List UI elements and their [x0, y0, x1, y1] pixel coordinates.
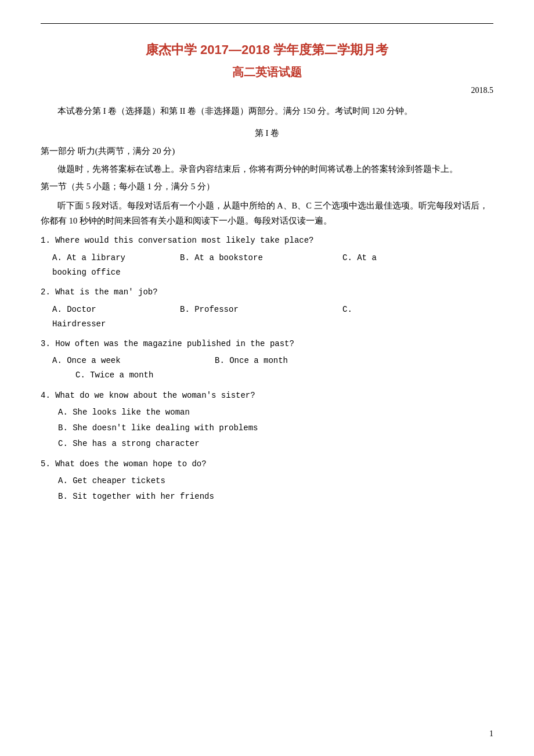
q4-number: 4. [41, 391, 55, 400]
q4-optB: B. She doesn't like dealing with problem… [41, 421, 493, 435]
date: 2018.5 [41, 86, 493, 95]
q2-options: A. Doctor B. Professor C. [41, 303, 493, 317]
q2-optB: B. Professor [180, 303, 342, 317]
q4-text: 4. What do we know about the woman's sis… [41, 389, 493, 402]
part1-heading: 第一部分 听力(共两节，满分 20 分) [41, 146, 493, 157]
q5-optB: B. Sit together with her friends [41, 489, 493, 504]
question-2: 2. What is the man' job? A. Doctor B. Pr… [41, 286, 493, 332]
page-number: 1 [489, 729, 493, 739]
q3-text: 3. How often was the magazine published … [41, 337, 493, 350]
q1-number: 1. [41, 236, 55, 245]
question-1: 1. Where would this conversation most li… [41, 234, 493, 280]
q1-optB: B. At a bookstore [180, 251, 342, 265]
q2-optC: C. [342, 303, 352, 317]
q3-optA: A. Once a week [52, 354, 215, 368]
q1-options: A. At a library B. At a bookstore C. At … [41, 251, 493, 265]
main-title: 康杰中学 2017—2018 学年度第二学期月考 [41, 41, 493, 59]
q3-optB: B. Once a month [215, 354, 493, 368]
q2-optA: A. Doctor [52, 303, 180, 317]
intro-text: 本试卷分第 I 卷（选择题）和第 II 卷（非选择题）两部分。满分 150 分。… [41, 103, 493, 118]
q1-optA: A. At a library [52, 251, 180, 265]
question-3: 3. How often was the magazine published … [41, 337, 493, 383]
q2-continuation: Hairdresser [41, 317, 493, 332]
q4-optC: C. She has a strong character [41, 437, 493, 451]
sub-title: 高二英语试题 [41, 64, 493, 80]
q2-text: 2. What is the man' job? [41, 286, 493, 298]
q4-optA: A. She looks like the woman [41, 405, 493, 420]
subsection1-instruction: 听下面 5 段对话。每段对话后有一个小题，从题中所给的 A、B、C 三个选项中选… [41, 198, 493, 228]
q5-number: 5. [41, 459, 55, 469]
q3-optC: C. Twice a month [41, 368, 493, 383]
question-5: 5. What does the woman hope to do? A. Ge… [41, 458, 493, 505]
q5-optA: A. Get cheaper tickets [41, 474, 493, 488]
part1-instruction: 做题时，先将答案标在试卷上。录音内容结束后，你将有两分钟的时间将试卷上的答案转涂… [41, 161, 493, 177]
top-divider [41, 23, 493, 24]
question-4: 4. What do we know about the woman's sis… [41, 389, 493, 452]
q1-continuation: booking office [41, 265, 493, 280]
q5-text: 5. What does the woman hope to do? [41, 458, 493, 470]
q3-options-row1: A. Once a week B. Once a month [41, 354, 493, 368]
q1-optC: C. At a [342, 251, 377, 265]
q3-number: 3. [41, 339, 55, 348]
q1-text: 1. Where would this conversation most li… [41, 234, 493, 247]
section1-title: 第 I 卷 [41, 128, 493, 139]
q2-number: 2. [41, 287, 55, 297]
subsection1-heading: 第一节（共 5 小题；每小题 1 分，满分 5 分） [41, 181, 493, 192]
